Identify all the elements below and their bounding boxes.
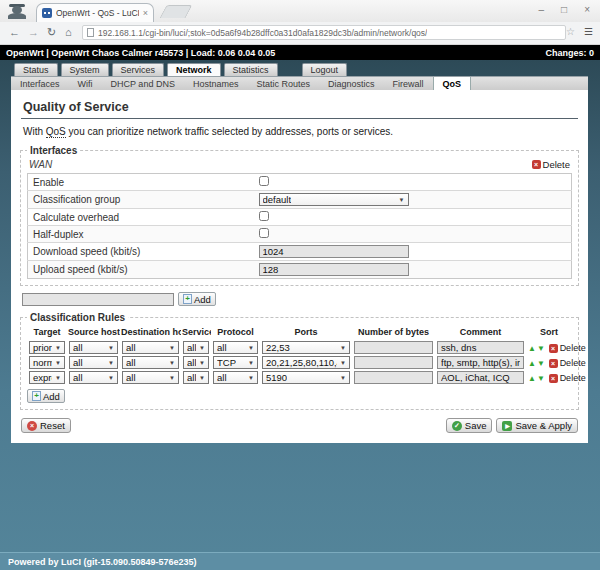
service-select[interactable]: all▼ xyxy=(183,356,209,369)
add-rule-button[interactable]: + Add xyxy=(27,389,65,403)
reset-button[interactable]: × Reset xyxy=(21,418,71,433)
bookmark-star-icon[interactable]: ☆ xyxy=(566,26,575,37)
sort-up-icon[interactable]: ▲ xyxy=(528,359,536,368)
enable-checkbox[interactable] xyxy=(259,176,269,186)
new-interface-input[interactable] xyxy=(22,293,174,306)
main-panel: Quality of Service With QoS you can prio… xyxy=(11,90,588,443)
target-select[interactable]: normal▼ xyxy=(29,356,65,369)
table-row: Classification group default ▼ xyxy=(28,191,572,209)
qos-abbr[interactable]: QoS xyxy=(46,126,66,138)
table-row: Enable xyxy=(28,174,572,191)
comment-input[interactable] xyxy=(437,356,524,369)
subtab-hostnames[interactable]: Hostnames xyxy=(184,77,248,90)
sort-up-icon[interactable]: ▲ xyxy=(528,374,536,383)
calculate-overhead-checkbox[interactable] xyxy=(259,211,269,221)
back-icon[interactable]: ← xyxy=(9,25,20,39)
subtab-dhcp-dns[interactable]: DHCP and DNS xyxy=(102,77,184,90)
destination-host-select[interactable]: all▼ xyxy=(122,356,179,369)
wan-delete-button[interactable]: × Delete xyxy=(532,159,570,170)
delete-x-icon: × xyxy=(532,160,541,169)
tab-status[interactable]: Status xyxy=(14,63,58,76)
chevron-down-icon: ▼ xyxy=(340,375,346,381)
classification-group-select[interactable]: default ▼ xyxy=(259,193,409,206)
subtab-diagnostics[interactable]: Diagnostics xyxy=(319,77,384,90)
protocol-select[interactable]: TCP▼ xyxy=(213,356,258,369)
subtab-static-routes[interactable]: Static Routes xyxy=(247,77,319,90)
spy-body xyxy=(8,13,26,19)
delete-x-icon: × xyxy=(549,359,558,368)
col-number-of-bytes: Number of bytes xyxy=(352,325,435,340)
chevron-down-icon: ▼ xyxy=(399,197,405,203)
select-value: all xyxy=(73,357,83,368)
chevron-down-icon: ▼ xyxy=(169,360,175,366)
powered-by-text[interactable]: Powered by LuCI (git-15.090.50849-576e23… xyxy=(8,557,197,567)
upload-speed-input[interactable] xyxy=(259,263,409,276)
source-host-select[interactable]: all▼ xyxy=(69,356,118,369)
number-of-bytes-input[interactable] xyxy=(354,356,433,369)
subtab-wifi[interactable]: Wifi xyxy=(69,77,102,90)
forward-icon[interactable]: → xyxy=(28,25,39,39)
sort-down-icon[interactable]: ▼ xyxy=(537,374,545,383)
source-host-select[interactable]: all▼ xyxy=(69,371,118,384)
protocol-select[interactable]: all▼ xyxy=(213,341,258,354)
subtab-interfaces[interactable]: Interfaces xyxy=(11,77,69,90)
comment-input[interactable] xyxy=(437,371,524,384)
ports-select[interactable]: 22,53▼ xyxy=(262,341,350,354)
add-interface-button[interactable]: + Add xyxy=(178,292,216,306)
subtab-qos[interactable]: QoS xyxy=(433,77,472,90)
browser-tab[interactable]: OpenWrt - QoS - LuCI × xyxy=(36,3,154,22)
download-speed-input[interactable] xyxy=(259,245,409,258)
url-text[interactable]: 192.168.1.1/cgi-bin/luci/;stok=0d5a6f94b… xyxy=(98,28,427,38)
sort-up-icon[interactable]: ▲ xyxy=(528,344,536,353)
sort-down-icon[interactable]: ▼ xyxy=(537,344,545,353)
tab-statistics[interactable]: Statistics xyxy=(224,63,278,76)
select-value: 5190 xyxy=(266,372,287,383)
home-icon[interactable]: ⌂ xyxy=(65,25,72,39)
target-select[interactable]: express▼ xyxy=(29,371,65,384)
rule-delete-button[interactable]: ×Delete xyxy=(549,373,586,383)
rule-delete-button[interactable]: ×Delete xyxy=(549,358,586,368)
service-select[interactable]: all▼ xyxy=(183,371,209,384)
save-button[interactable]: ✓ Save xyxy=(446,418,493,433)
table-row: Download speed (kbit/s) xyxy=(28,243,572,261)
number-of-bytes-input[interactable] xyxy=(354,341,433,354)
destination-host-select[interactable]: all▼ xyxy=(122,341,179,354)
half-duplex-checkbox[interactable] xyxy=(259,228,269,238)
target-select[interactable]: priority▼ xyxy=(29,341,65,354)
add-label: Add xyxy=(194,294,211,305)
sort-down-icon[interactable]: ▼ xyxy=(537,359,545,368)
ports-select[interactable]: 5190▼ xyxy=(262,371,350,384)
new-tab-button[interactable] xyxy=(160,5,193,18)
ports-select[interactable]: 20,21,25,80,110,443,99▼ xyxy=(262,356,350,369)
close-icon[interactable]: × xyxy=(584,4,590,16)
comment-input[interactable] xyxy=(437,341,524,354)
minimize-icon[interactable]: – xyxy=(539,4,545,16)
tab-services[interactable]: Services xyxy=(112,63,165,76)
select-value: 20,21,25,80,110,443,99 xyxy=(266,357,337,368)
changes-link[interactable]: Changes: 0 xyxy=(545,48,594,58)
maximize-icon[interactable]: □ xyxy=(561,4,567,16)
reload-icon[interactable]: ↻ xyxy=(47,25,56,39)
save-apply-label: Save & Apply xyxy=(515,420,572,431)
address-bar[interactable]: 192.168.1.1/cgi-bin/luci/;stok=0d5a6f94b… xyxy=(82,25,566,40)
tab-close-icon[interactable]: × xyxy=(143,9,148,18)
protocol-select[interactable]: all▼ xyxy=(213,371,258,384)
select-value: default xyxy=(263,194,292,205)
save-apply-button[interactable]: ▶ Save & Apply xyxy=(496,418,578,433)
luci-footer: Powered by LuCI (git-15.090.50849-576e23… xyxy=(0,552,600,570)
tab-network[interactable]: Network xyxy=(167,63,221,76)
source-host-select[interactable]: all▼ xyxy=(69,341,118,354)
rule-delete-button[interactable]: ×Delete xyxy=(549,343,586,353)
select-value: all xyxy=(126,342,136,353)
subtab-firewall[interactable]: Firewall xyxy=(383,77,432,90)
browser-menu-icon[interactable]: ☰ xyxy=(584,26,593,37)
page-description: With QoS you can prioritize network traf… xyxy=(23,126,576,137)
number-of-bytes-input[interactable] xyxy=(354,371,433,384)
select-value: all xyxy=(126,372,136,383)
tab-logout[interactable]: Logout xyxy=(302,63,348,76)
tab-system[interactable]: System xyxy=(61,63,109,76)
field-label: Classification group xyxy=(28,191,254,209)
select-value: all xyxy=(73,342,83,353)
service-select[interactable]: all▼ xyxy=(183,341,209,354)
destination-host-select[interactable]: all▼ xyxy=(122,371,179,384)
